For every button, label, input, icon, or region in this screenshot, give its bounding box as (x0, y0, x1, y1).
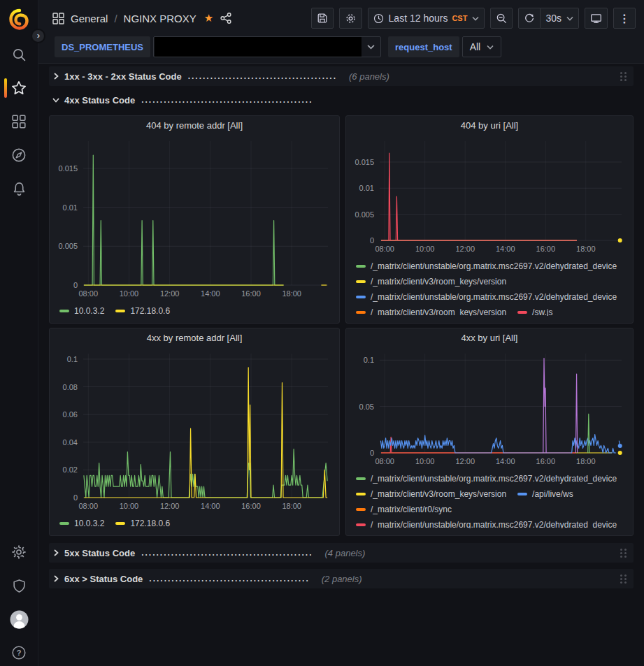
row-header-5xx[interactable]: 5xx Status Code ........................… (49, 543, 634, 563)
svg-text:10:00: 10:00 (120, 502, 139, 510)
apps-grid-icon (52, 13, 64, 24)
breadcrumb-folder[interactable]: General (71, 13, 108, 24)
chevron-right-icon (52, 73, 59, 80)
user-avatar (10, 610, 29, 629)
sidebar-item-server-admin[interactable] (0, 569, 38, 602)
svg-text:18:00: 18:00 (576, 457, 596, 465)
apps-icon[interactable] (52, 13, 64, 24)
legend-swatch-icon (356, 523, 366, 526)
svg-text:16:00: 16:00 (536, 457, 556, 465)
dashboard-settings-button[interactable] (339, 8, 362, 29)
svg-text:0.1: 0.1 (67, 355, 78, 363)
row-drag-handle[interactable] (620, 548, 628, 558)
grafana-logo-icon (8, 8, 29, 31)
zoom-out-button[interactable] (490, 8, 513, 29)
variable-datasource: DS_PROMETHEUS (55, 36, 381, 57)
chevron-down-icon (367, 44, 375, 50)
time-range-label: Last 12 hours (389, 13, 448, 24)
save-dashboard-button[interactable] (311, 8, 334, 29)
legend-item[interactable]: /_matrix/client/v3/room_keys/version (356, 486, 506, 501)
request-host-select[interactable]: All (462, 36, 502, 57)
sidebar-item-help[interactable]: ? (0, 636, 38, 666)
zoom-out-icon (496, 13, 507, 24)
sidebar-nav-bottom: ? (0, 535, 38, 666)
panel-title[interactable]: 4xx by remote addr [All] (52, 328, 336, 347)
legend-item[interactable]: /api/live/ws (517, 486, 573, 501)
svg-text:18:00: 18:00 (282, 289, 301, 298)
legend-item[interactable]: /_matrix/client/unstable/org.matrix.msc2… (356, 259, 617, 273)
tv-mode-button[interactable] (585, 8, 608, 29)
svg-text:0: 0 (73, 281, 78, 289)
row-drag-handle[interactable] (620, 574, 628, 584)
sidebar-expand-button[interactable]: › (31, 29, 45, 43)
legend-item[interactable]: 10.0.3.2 (59, 516, 104, 530)
chart-legend: /_matrix/client/unstable/org.matrix.msc2… (349, 257, 630, 316)
timeseries-chart[interactable]: 08:0010:0012:0014:0016:0018:0000.0050.01… (52, 134, 336, 302)
legend-item[interactable]: /_matrix/client/r0/sync (356, 502, 452, 516)
svg-text:0.015: 0.015 (355, 158, 374, 166)
sidebar-item-profile[interactable] (0, 602, 38, 636)
legend-item[interactable]: /_matrix/client/unstable/org.matrix.msc2… (356, 517, 617, 528)
legend-swatch-icon (356, 493, 366, 495)
sidebar-item-alerting[interactable] (0, 172, 38, 205)
star-icon (11, 80, 27, 96)
row-title-dots: ........................................… (141, 95, 313, 105)
header-actions: Last 12 hours CST (311, 8, 636, 29)
legend-item[interactable]: /_matrix/client/v3/room_keys/version (356, 305, 506, 316)
gear-icon (345, 13, 357, 24)
legend-item[interactable]: /_matrix/client/unstable/org.matrix.msc2… (356, 289, 617, 304)
legend-swatch-icon (356, 477, 366, 480)
refresh-button[interactable] (518, 8, 541, 29)
sidebar-item-dashboards[interactable] (0, 105, 38, 138)
svg-text:16:00: 16:00 (241, 502, 261, 510)
row-panel-count: (6 panels) (349, 71, 389, 82)
svg-text:16:00: 16:00 (241, 289, 261, 298)
favorite-star-icon[interactable]: ★ (204, 12, 213, 24)
panel-title[interactable]: 404 by remote addr [All] (52, 116, 336, 134)
timeseries-chart[interactable]: 08:0010:0012:0014:0016:0018:0000.050.1 (349, 347, 630, 470)
legend-item[interactable]: /_matrix/client/unstable/org.matrix.msc2… (356, 471, 617, 486)
svg-text:08:00: 08:00 (375, 245, 394, 253)
panel-title[interactable]: 404 by uri [All] (349, 116, 630, 134)
sidebar-item-explore[interactable] (0, 138, 38, 172)
chart-legend: /_matrix/client/unstable/org.matrix.msc2… (349, 470, 630, 528)
legend-swatch-icon (115, 310, 125, 312)
datasource-select[interactable] (153, 36, 381, 57)
legend-label: /_matrix/client/unstable/org.matrix.msc2… (371, 292, 617, 302)
legend-item[interactable]: /sw.js (517, 305, 552, 316)
chevron-down-icon (52, 96, 59, 103)
legend-item[interactable]: 10.0.3.2 (59, 303, 104, 318)
svg-text:?: ? (17, 649, 22, 657)
nav-sidebar: › (0, 0, 38, 666)
legend-label: /_matrix/client/v3/room_keys/version (371, 307, 506, 317)
main-area: General / NGINX PROXY ★ (38, 0, 644, 666)
refresh-interval-picker[interactable]: 30s (541, 8, 579, 29)
row-header-1xx-3xx-2xx[interactable]: 1xx - 3xx - 2xx Status Code ............… (49, 66, 634, 86)
legend-item[interactable]: 172.18.0.6 (115, 303, 170, 318)
legend-label: 172.18.0.6 (130, 306, 170, 316)
row-header-4xx[interactable]: 4xx Status Code ........................… (49, 90, 634, 110)
row-header-6xx[interactable]: 6xx > Status Code ......................… (49, 569, 634, 588)
legend-swatch-icon (356, 296, 366, 298)
timezone-label: CST (452, 14, 467, 22)
sidebar-item-search[interactable] (0, 38, 38, 71)
legend-item[interactable]: /_matrix/client/v3/room_keys/version (356, 274, 506, 289)
svg-text:12:00: 12:00 (160, 289, 180, 298)
row-title-dots: ........................................… (149, 574, 309, 584)
row-drag-handle[interactable] (620, 71, 628, 82)
legend-label: /api/live/ws (532, 489, 573, 499)
timeseries-chart[interactable]: 08:0010:0012:0014:0016:0018:0000.0050.01… (349, 134, 630, 257)
time-range-picker[interactable]: Last 12 hours CST (368, 8, 485, 29)
sidebar-item-starred[interactable] (0, 71, 38, 105)
breadcrumb-separator: / (114, 13, 117, 24)
grafana-logo[interactable] (8, 8, 29, 31)
legend-item[interactable]: 172.18.0.6 (115, 516, 170, 530)
refresh-icon (524, 13, 535, 24)
timeseries-chart[interactable]: 08:0010:0012:0014:0016:0018:0000.020.040… (52, 347, 336, 514)
more-options-button[interactable]: ⋮ (613, 8, 636, 29)
sidebar-item-configuration[interactable] (0, 535, 38, 569)
row-title: 6xx > Status Code (64, 574, 143, 584)
share-button[interactable] (220, 12, 232, 24)
svg-text:12:00: 12:00 (455, 457, 475, 465)
panel-title[interactable]: 4xx by uri [All] (349, 328, 630, 347)
